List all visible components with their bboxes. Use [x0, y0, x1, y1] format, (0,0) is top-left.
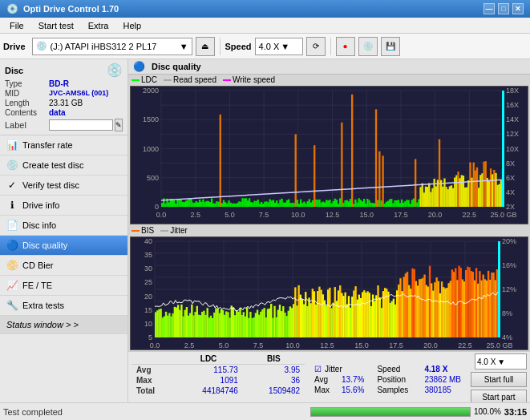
action-section: 4.0 X ▼ Start full Start part	[471, 353, 527, 402]
drive-info-icon: ℹ	[6, 200, 18, 211]
main-content: Disc 💿 Type BD-R MID JVC-AMS6L (001) Len…	[0, 59, 530, 402]
nav-label-transfer-rate: Transfer rate	[22, 140, 73, 150]
sidebar-item-disc-quality[interactable]: 🔵 Disc quality	[0, 236, 127, 256]
chart-header: 🔵 Disc quality	[128, 59, 530, 75]
label-input[interactable]	[49, 119, 113, 131]
total-ldc-value: 44184746	[174, 386, 243, 396]
eject-button[interactable]: ⏏	[196, 37, 215, 56]
speed-stat-value: 4.18 X	[424, 365, 447, 374]
stats-row: LDC BIS Avg 115.73 3.95 Max 1091	[128, 351, 530, 402]
minimize-button[interactable]: —	[483, 3, 495, 14]
read-speed-color-dot	[164, 79, 172, 81]
fe-te-icon: 📈	[6, 280, 18, 291]
sidebar-item-transfer-rate[interactable]: 📊 Transfer rate	[0, 135, 127, 155]
app-title: Opti Drive Control 1.70	[23, 4, 119, 14]
sidebar-item-status-window[interactable]: Status window > >	[0, 316, 127, 334]
red-button[interactable]: ●	[336, 37, 355, 56]
sidebar: Disc 💿 Type BD-R MID JVC-AMS6L (001) Len…	[0, 59, 128, 402]
drive-selector[interactable]: 💿 (J:) ATAPI iHBS312 2 PL17 ▼	[32, 38, 192, 55]
nav-label-create-test-disc: Create test disc	[22, 160, 83, 170]
label-edit-button[interactable]: ✎	[115, 119, 123, 131]
samples-label: Samples	[377, 386, 421, 394]
start-part-button[interactable]: Start part	[471, 390, 527, 402]
stats-table: LDC BIS Avg 115.73 3.95 Max 1091	[131, 353, 305, 402]
mid-value: JVC-AMS6L (001)	[49, 89, 108, 98]
top-chart-legend: LDC Read speed Write speed	[128, 75, 530, 85]
ldc-color-dot	[131, 79, 140, 81]
top-chart-section: LDC Read speed Write speed	[128, 75, 530, 225]
sidebar-item-verify-test-disc[interactable]: ✓ Verify test disc	[0, 176, 127, 196]
progress-percent: 100.0%	[474, 407, 501, 416]
avg-ldc-value: 115.73	[174, 365, 243, 376]
legend-write-speed-label: Write speed	[233, 75, 275, 84]
legend-jitter: Jitter	[160, 226, 188, 235]
status-text: Test completed	[3, 407, 307, 417]
top-chart-canvas	[130, 86, 528, 224]
speed-select[interactable]: 4.0 X ▼	[475, 353, 527, 370]
legend-read-speed: Read speed	[164, 75, 216, 84]
progress-bar	[310, 407, 471, 417]
sidebar-item-create-test-disc[interactable]: 💿 Create test disc	[0, 155, 127, 176]
bottom-chart-section: BIS Jitter	[128, 225, 530, 351]
toolbar-separator	[220, 38, 220, 55]
nav-label-disc-quality: Disc quality	[22, 240, 67, 250]
nav-label-drive-info: Drive info	[22, 200, 59, 210]
menu-help[interactable]: Help	[116, 19, 148, 32]
speed-label: Speed	[225, 42, 252, 51]
transfer-rate-icon: 📊	[6, 139, 18, 151]
position-value: 23862 MB	[424, 375, 461, 384]
max-label: Max	[131, 375, 174, 386]
avg-label: Avg	[131, 365, 174, 376]
close-button[interactable]: ✕	[512, 3, 524, 14]
maximize-button[interactable]: □	[498, 3, 509, 14]
top-chart	[131, 87, 528, 221]
max-ldc-value: 1091	[174, 375, 243, 386]
toolbar: Drive 💿 (J:) ATAPI iHBS312 2 PL17 ▼ ⏏ Sp…	[0, 34, 530, 59]
nav-label-extra-tests: Extra tests	[22, 301, 64, 310]
bottom-chart-canvas	[130, 236, 528, 350]
charts-container: LDC Read speed Write speed	[128, 75, 530, 402]
bottom-chart	[131, 237, 528, 350]
position-label: Position	[377, 375, 421, 384]
sidebar-item-disc-info[interactable]: 📄 Disc info	[0, 216, 127, 236]
menu-start-test[interactable]: Start test	[32, 19, 80, 32]
legend-ldc-label: LDC	[141, 75, 157, 84]
app-icon: 💿	[6, 3, 18, 14]
drive-icon: 💿	[36, 41, 47, 51]
menu-extra[interactable]: Extra	[82, 19, 115, 32]
mid-label: MID	[5, 89, 49, 98]
jitter-section: ☑ Jitter Avg 13.7% Max 15.6%	[311, 353, 367, 402]
menu-file[interactable]: File	[3, 19, 30, 32]
jitter-checkbox[interactable]: ☑	[314, 365, 322, 374]
cd-bier-icon: 📀	[6, 260, 18, 271]
jitter-label: Jitter	[325, 365, 342, 374]
sidebar-item-extra-tests[interactable]: 🔧 Extra tests	[0, 296, 127, 316]
progress-bar-fill	[311, 408, 470, 416]
disc-info-icon: 📄	[6, 220, 18, 231]
contents-value: data	[49, 108, 66, 117]
sidebar-item-fe-te[interactable]: 📈 FE / TE	[0, 276, 127, 296]
sidebar-item-cd-bier[interactable]: 📀 CD Bier	[0, 256, 127, 276]
status-bar: Test completed 100.0% 33:15	[0, 402, 530, 420]
save-button[interactable]: 💾	[381, 37, 400, 56]
legend-bis-label: BIS	[141, 226, 154, 235]
type-value: BD-R	[49, 79, 69, 88]
speed-selector[interactable]: 4.0 X ▼	[255, 38, 303, 55]
disc-button[interactable]: 💿	[358, 37, 378, 56]
nav-items: 📊 Transfer rate 💿 Create test disc ✓ Ver…	[0, 135, 127, 402]
menu-bar: File Start test Extra Help	[0, 18, 530, 34]
app-window: 💿 Opti Drive Control 1.70 — □ ✕ File Sta…	[0, 0, 530, 420]
toolbar-sep2	[330, 38, 331, 55]
nav-label-verify-test-disc: Verify test disc	[22, 180, 79, 190]
create-test-disc-icon: 💿	[6, 160, 18, 171]
start-full-button[interactable]: Start full	[471, 372, 527, 387]
disc-icon: 💿	[107, 63, 123, 78]
status-time: 33:15	[504, 407, 527, 417]
verify-test-disc-icon: ✓	[6, 180, 18, 191]
refresh-button[interactable]: ⟳	[306, 37, 326, 56]
nav-label-fe-te: FE / TE	[22, 281, 52, 290]
drive-label: Drive	[3, 42, 26, 51]
sidebar-item-drive-info[interactable]: ℹ Drive info	[0, 196, 127, 216]
length-value: 23.31 GB	[49, 99, 83, 107]
chart-header-icon: 🔵	[133, 61, 145, 72]
